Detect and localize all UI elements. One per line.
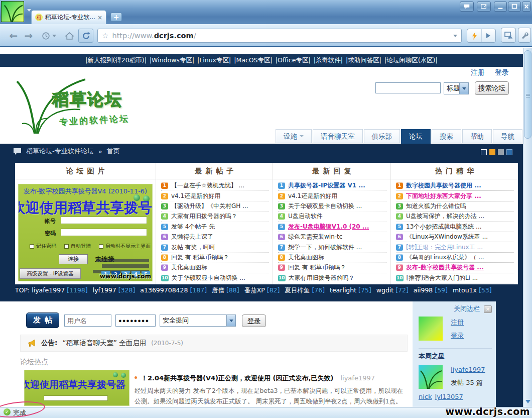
- topnav-link[interactable]: |MacOS专区|: [234, 56, 273, 65]
- address-bar[interactable]: ☆ http://www.dcrjs.com/: [97, 29, 462, 43]
- top-poster-name[interactable]: liyafe1997: [32, 286, 67, 294]
- topic-link[interactable]: 美化桌面图标: [171, 263, 207, 272]
- topnav-link[interactable]: |求助问答区|: [346, 56, 381, 65]
- lightning-button[interactable]: [467, 29, 481, 42]
- topic-link[interactable]: [转]王垠：完全用Linux工 ...: [406, 243, 483, 252]
- style-square-gray[interactable]: [498, 149, 504, 155]
- topnav-link[interactable]: |杀毒软件|: [314, 56, 343, 65]
- board-list-item[interactable]: 3关于华硕双显卡自动切换 ...: [278, 201, 386, 212]
- breadcrumb-site[interactable]: 稻草论坛-专业软件论坛: [26, 147, 94, 156]
- refresh-button[interactable]: [78, 29, 93, 43]
- hot-topic-image[interactable]: 欢迎使用稻草共享拨号器: [24, 370, 129, 406]
- tab-close-icon[interactable]: ×: [97, 14, 102, 21]
- tools-button[interactable]: [518, 28, 531, 43]
- url-dropdown-caret[interactable]: [453, 35, 457, 37]
- topic-link[interactable]: 《Linux与XWindow系统基 ...: [406, 233, 488, 241]
- scrollbar-thumb[interactable]: [524, 50, 531, 139]
- topnav-link[interactable]: |论坛闲聊区(水区)|: [384, 56, 438, 65]
- topic-link[interactable]: 下面地址好东西大家分享 ...: [406, 192, 481, 200]
- topic-link[interactable]: 绿色无需安装win-tc: [288, 233, 342, 241]
- close-sidebar-label[interactable]: 关闭边栏: [454, 304, 480, 314]
- browser-logo-icon[interactable]: [1, 1, 24, 22]
- snapshot-button[interactable]: [501, 28, 516, 43]
- board-list-item[interactable]: 9回复 有 稻草币领吗？: [278, 263, 386, 273]
- board-list-item[interactable]: 2v4.1还是新的好用: [278, 191, 386, 201]
- password-input[interactable]: [115, 315, 156, 327]
- topic-link[interactable]: 发布-数字校园共享拨号器 ...: [406, 263, 484, 272]
- play-button[interactable]: [481, 29, 496, 42]
- topic-link[interactable]: 关于华硕双显卡自动切换 ...: [172, 274, 245, 282]
- topic-link[interactable]: 发布-U盘电脑锁V1.0 (20 ...: [288, 223, 369, 231]
- topic-link[interactable]: v4.1还是新的好用: [288, 192, 337, 200]
- top-poster-name[interactable]: tearlight: [328, 286, 358, 294]
- hot-topic-author[interactable]: liyafe1997: [340, 374, 375, 382]
- topic-link[interactable]: 共享拨号器-IP设置器 V1 ...: [288, 181, 365, 190]
- topic-link[interactable]: 回复 有 稻草币领吗？: [171, 253, 229, 262]
- nav-tab-item[interactable]: 搜索: [432, 129, 461, 143]
- topic-link[interactable]: 关于华硕双显卡自动切换 ...: [288, 202, 362, 211]
- topic-link[interactable]: U盘被写保护，解决的办法 ...: [406, 212, 484, 221]
- logo-menu-caret[interactable]: [27, 9, 31, 12]
- sidebar-login-link[interactable]: 登录: [451, 331, 464, 340]
- board-list-item[interactable]: 10大家有用旧拨号器的吗？: [278, 273, 386, 283]
- top-poster[interactable]: aii998 [59]: [412, 286, 448, 294]
- topic-link[interactable]: U盘启动软件: [288, 212, 323, 221]
- board-list-item[interactable]: 1数字校园共享拨号器使用 ...: [396, 181, 514, 191]
- top-poster[interactable]: a13699708428 [187]: [138, 286, 207, 294]
- board-list-item[interactable]: 9发布-数字校园共享拨号器 ...: [396, 263, 514, 273]
- board-list-item[interactable]: 7想学一下，如何破解软件 ...: [278, 242, 386, 252]
- style-square-orange[interactable]: [489, 149, 495, 155]
- top-poster[interactable]: liyafe1997 [1198]: [32, 286, 87, 294]
- maximize-button[interactable]: [508, 2, 521, 12]
- star-user-link[interactable]: liyafe1997: [451, 366, 485, 373]
- search-forum-button[interactable]: 搜索论坛: [475, 81, 509, 95]
- top-poster[interactable]: 夏目梓鱼 [76]: [283, 286, 325, 294]
- topnav-link[interactable]: |新人报到(得20稻币)|: [85, 56, 147, 65]
- topnav-link[interactable]: |Office专区|: [276, 56, 311, 65]
- top-poster-name[interactable]: 唐僧: [210, 286, 226, 294]
- topic-link[interactable]: 知道火狐为什么错位吗: [406, 202, 466, 211]
- topic-link[interactable]: 美化桌面图标: [288, 253, 324, 262]
- scroll-down-button[interactable]: [523, 397, 532, 406]
- nick-link[interactable]: nick: [419, 393, 432, 400]
- new-post-button[interactable]: 发帖: [26, 312, 59, 328]
- chat-button[interactable]: [460, 2, 474, 12]
- board-list-item[interactable]: 4大家有用旧拨号器的吗？: [161, 212, 269, 222]
- search-category-select[interactable]: 标题: [444, 82, 469, 94]
- board-list-item[interactable]: 5发布-U盘电脑锁V1.0 (20 ...: [278, 222, 386, 232]
- board-list-item[interactable]: 6《Linux与XWindow系统基 ...: [396, 232, 514, 242]
- top-poster-name[interactable]: mtou1x: [451, 286, 479, 294]
- top-poster-name[interactable]: 夏目梓鱼: [283, 286, 312, 294]
- style-square-blue[interactable]: [506, 149, 512, 155]
- topic-link[interactable]: 想学一下，如何破解软件 ...: [288, 243, 362, 252]
- nick-value-link[interactable]: lyl13057: [435, 393, 463, 400]
- nav-tab-item[interactable]: 俱乐部: [364, 129, 401, 143]
- vertical-scrollbar[interactable]: [523, 48, 532, 407]
- topic-link[interactable]: 13个小妙招成就电脑系统 ...: [406, 223, 482, 231]
- breadcrumb-page[interactable]: 首页: [107, 147, 120, 156]
- topic-link[interactable]: 回复 有 稻草币领吗？: [288, 263, 346, 272]
- top-poster-name[interactable]: 番茄XP: [242, 286, 267, 294]
- back-button[interactable]: ←: [7, 29, 20, 43]
- board-list-item[interactable]: 2下面地址好东西大家分享 ...: [396, 191, 514, 201]
- close-sidebar-button[interactable]: ✕: [484, 305, 492, 313]
- top-poster[interactable]: 番茄XP [82]: [242, 286, 280, 294]
- security-question-select[interactable]: 安全提问: [160, 315, 236, 327]
- topic-link[interactable]: 《鸟哥的Linux私房菜》（ ...: [406, 253, 484, 262]
- login-button[interactable]: 登录: [242, 315, 266, 327]
- board-list-item[interactable]: 3【驱动升级】《中关村GH ...: [161, 201, 269, 212]
- browser-tab[interactable]: 稻 稻草论坛-专业软... ×: [31, 10, 106, 24]
- board-list-item[interactable]: 1【一盘在手☆装机无忧】 ...: [161, 181, 269, 191]
- forum-picture-slideshow[interactable]: 发布-数字校园共享拨号器V4 (2010-11-6) 欢迎使用稻草共享拨号器 帐…: [18, 184, 153, 281]
- board-list-item[interactable]: 6绿色无需安装win-tc: [278, 232, 386, 242]
- username-input[interactable]: [64, 315, 111, 327]
- topic-link[interactable]: v4.1还是新的好用: [171, 192, 220, 200]
- top-poster-name[interactable]: aii998: [412, 286, 435, 294]
- top-poster[interactable]: wgdit [72]: [374, 286, 409, 294]
- top-poster[interactable]: mtou1x [53]: [451, 286, 492, 294]
- topic-link[interactable]: 【一盘在手☆装机无忧】 ...: [171, 181, 244, 190]
- nav-tab-item[interactable]: 帮助: [462, 129, 492, 143]
- top-poster-name[interactable]: a13699708428: [138, 286, 190, 294]
- topic-link[interactable]: 发帖 有奖，呵呵: [171, 243, 215, 252]
- board-list-item[interactable]: 5发够 4个帖子 先: [161, 222, 269, 232]
